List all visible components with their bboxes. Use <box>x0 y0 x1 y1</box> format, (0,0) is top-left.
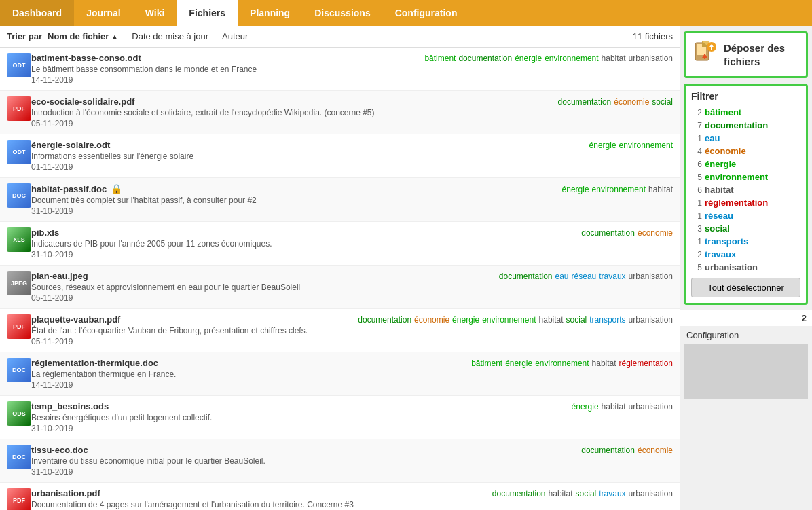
upload-box[interactable]: Déposer des fichiers <box>684 31 808 78</box>
file-name[interactable]: batiment-basse-conso.odt <box>31 53 141 63</box>
filter-tag-label: documentation <box>705 120 768 130</box>
file-name[interactable]: énergie-solaire.odt <box>31 140 110 150</box>
deselect-button[interactable]: Tout désélectionner <box>691 278 800 297</box>
pagination: 2 <box>680 310 812 326</box>
sort-col-auteur[interactable]: Auteur <box>222 31 248 41</box>
tag-economie[interactable]: économie <box>638 228 673 238</box>
tag-habitat[interactable]: habitat <box>648 185 673 194</box>
tag-urbanisation[interactable]: urbanisation <box>629 402 673 412</box>
file-name[interactable]: temp_besoins.ods <box>31 401 109 412</box>
file-name[interactable]: tissu-eco.doc <box>31 445 88 455</box>
tag-documentation[interactable]: documentation <box>358 315 411 325</box>
tag-urbanisation[interactable]: urbanisation <box>629 54 673 63</box>
filter-tag-label: environnement <box>705 172 768 182</box>
file-desc: Besoins énergétiques d'un petit logement… <box>31 413 673 422</box>
tag-environnement[interactable]: environnement <box>545 54 598 63</box>
sort-col-nom[interactable]: Nom de fichier <box>48 31 118 41</box>
file-row: PDFeco-sociale-solidaire.pdfdocumentatio… <box>0 91 680 134</box>
nav-item-configuration[interactable]: Configuration <box>383 0 470 26</box>
filter-item-energie[interactable]: 6énergie <box>691 158 800 170</box>
file-name[interactable]: réglementation-thermique.doc <box>31 358 158 368</box>
tag-habitat[interactable]: habitat <box>602 54 626 63</box>
nav-item-dashboard[interactable]: Dashboard <box>0 0 74 26</box>
tag-batiment[interactable]: bâtiment <box>424 54 456 63</box>
tag-energie[interactable]: énergie <box>572 402 599 412</box>
tag-social[interactable]: social <box>566 315 587 325</box>
nav-item-fichiers[interactable]: Fichiers <box>177 0 238 26</box>
tag-energie[interactable]: énergie <box>589 141 616 150</box>
page-2[interactable]: 2 <box>802 313 807 323</box>
main-layout: Trier par Nom de fichier Date de mise à … <box>0 26 812 510</box>
filter-item-economie[interactable]: 4économie <box>691 145 800 158</box>
filter-count: 7 <box>691 121 702 130</box>
tag-habitat[interactable]: habitat <box>592 359 616 368</box>
file-name[interactable]: plaquette-vauban.pdf <box>31 314 120 325</box>
file-name[interactable]: urbanisation.pdf <box>31 488 100 498</box>
filter-item-eau[interactable]: 1eau <box>691 132 800 145</box>
tag-habitat[interactable]: habitat <box>539 315 564 325</box>
tag-documentation[interactable]: documentation <box>492 489 546 498</box>
file-row: ODTbatiment-basse-conso.odtbâtimentdocum… <box>0 48 680 91</box>
tag-environnement[interactable]: environnement <box>535 359 589 368</box>
tag-energie[interactable]: énergie <box>505 359 532 368</box>
tag-economie[interactable]: économie <box>638 445 673 455</box>
tag-urbanisation[interactable]: urbanisation <box>629 489 673 498</box>
tag-social[interactable]: social <box>576 489 597 498</box>
tag-eau[interactable]: eau <box>555 272 569 281</box>
file-name[interactable]: pib.xls <box>31 227 59 238</box>
tag-urbanisation[interactable]: urbanisation <box>629 315 673 325</box>
filter-item-urbanisation[interactable]: 5urbanisation <box>691 261 800 274</box>
tag-habitat[interactable]: habitat <box>549 489 573 498</box>
file-name[interactable]: plan-eau.jpeg <box>31 271 88 281</box>
filter-tag-label: travaux <box>705 249 736 259</box>
filter-item-travaux[interactable]: 2travaux <box>691 248 800 261</box>
tag-documentation[interactable]: documentation <box>558 97 612 107</box>
filter-item-environnement[interactable]: 5environnement <box>691 170 800 183</box>
file-name[interactable]: eco-sociale-solidaire.pdf <box>31 96 134 107</box>
filter-item-batiment[interactable]: 2bâtiment <box>691 106 800 119</box>
filter-item-social[interactable]: 3social <box>691 222 800 235</box>
file-date: 31-10-2019 <box>31 250 673 259</box>
tag-environnement[interactable]: environnement <box>482 315 536 325</box>
tag-energie[interactable]: énergie <box>515 54 542 63</box>
tag-social[interactable]: social <box>652 97 673 107</box>
tag-documentation[interactable]: documentation <box>581 445 635 455</box>
filter-item-habitat[interactable]: 6habitat <box>691 183 800 196</box>
filter-item-transports[interactable]: 1transports <box>691 235 800 248</box>
tag-documentation[interactable]: documentation <box>499 272 553 281</box>
tag-environnement[interactable]: environnement <box>592 185 646 194</box>
file-date: 05-11-2019 <box>31 337 673 346</box>
filter-item-documentation[interactable]: 7documentation <box>691 119 800 132</box>
file-main: réglementation-thermique.docbâtimenténer… <box>31 358 673 390</box>
file-row: JPEGplan-eau.jpegdocumentationeauréseaut… <box>0 266 680 309</box>
filter-item-reseau[interactable]: 1réseau <box>691 209 800 222</box>
nav-item-wiki[interactable]: Wiki <box>133 0 177 26</box>
nav-item-journal[interactable]: Journal <box>74 0 133 26</box>
tag-travaux[interactable]: travaux <box>599 272 625 281</box>
tag-travaux[interactable]: travaux <box>599 489 625 498</box>
filter-count: 2 <box>691 108 702 117</box>
filter-tag-label: eau <box>705 133 720 143</box>
tag-economie[interactable]: économie <box>614 97 649 107</box>
tag-energie[interactable]: énergie <box>452 315 479 325</box>
file-lock-icon: 🔒 <box>111 183 122 194</box>
tag-habitat[interactable]: habitat <box>602 402 626 412</box>
tag-batiment[interactable]: bâtiment <box>471 359 502 368</box>
nav-item-planning[interactable]: Planning <box>238 0 302 26</box>
tag-documentation[interactable]: documentation <box>581 228 635 238</box>
tag-urbanisation[interactable]: urbanisation <box>629 272 673 281</box>
config-link[interactable]: Configuration <box>680 326 812 344</box>
nav-item-discussions[interactable]: Discussions <box>302 0 382 26</box>
tag-environnement[interactable]: environnement <box>619 141 673 150</box>
tag-energie[interactable]: énergie <box>562 185 589 194</box>
sort-col-date[interactable]: Date de mise à jour <box>132 31 208 41</box>
tag-transports[interactable]: transports <box>589 315 625 325</box>
filter-item-reglementation[interactable]: 1réglementation <box>691 196 800 209</box>
file-row: PDFurbanisation.pdfdocumentationhabitats… <box>0 483 680 510</box>
tag-documentation[interactable]: documentation <box>458 54 512 63</box>
tag-economie[interactable]: économie <box>414 315 449 325</box>
file-name[interactable]: habitat-passif.doc <box>31 184 107 194</box>
tag-reseau[interactable]: réseau <box>572 272 597 281</box>
filter-tag-label: réseau <box>705 211 733 221</box>
tag-reglementation[interactable]: réglementation <box>619 359 673 368</box>
